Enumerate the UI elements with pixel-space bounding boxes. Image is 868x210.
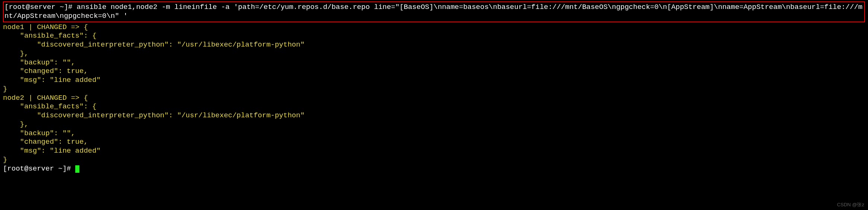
command-line[interactable]: [root@server ~]# ansible node1,node2 -m … <box>4 3 864 21</box>
command-highlight-box: [root@server ~]# ansible node1,node2 -m … <box>3 1 865 22</box>
node2-backup: "backup": "", <box>3 129 865 138</box>
prompt-prefix: [root@server ~]# <box>4 3 77 11</box>
node1-facts-close: }, <box>3 50 865 58</box>
node2-close: } <box>3 156 865 165</box>
node1-header: node1 | CHANGED => { <box>3 23 865 32</box>
node1-backup: "backup": "", <box>3 58 865 67</box>
node2-msg: "msg": "line added" <box>3 147 865 156</box>
cursor-icon <box>75 165 79 173</box>
node2-header: node2 | CHANGED => { <box>3 94 865 103</box>
node1-interp: "discovered_interpreter_python": "/usr/l… <box>3 41 865 50</box>
terminal-output: [root@server ~]# ansible node1,node2 -m … <box>0 0 868 175</box>
final-prompt-line[interactable]: [root@server ~]# <box>3 165 865 174</box>
watermark-text: CSDN @张z <box>837 202 864 208</box>
node1-msg: "msg": "line added" <box>3 76 865 85</box>
node2-facts-open: "ansible_facts": { <box>3 102 865 111</box>
node2-facts-close: }, <box>3 120 865 129</box>
command-text: ansible node1,node2 -m lineinfile -a 'pa… <box>4 3 862 20</box>
node1-close: } <box>3 85 865 94</box>
final-prompt-prefix: [root@server ~]# <box>3 165 75 173</box>
node1-changed: "changed": true, <box>3 67 865 76</box>
node1-facts-open: "ansible_facts": { <box>3 32 865 41</box>
node2-changed: "changed": true, <box>3 138 865 147</box>
node2-interp: "discovered_interpreter_python": "/usr/l… <box>3 111 865 120</box>
